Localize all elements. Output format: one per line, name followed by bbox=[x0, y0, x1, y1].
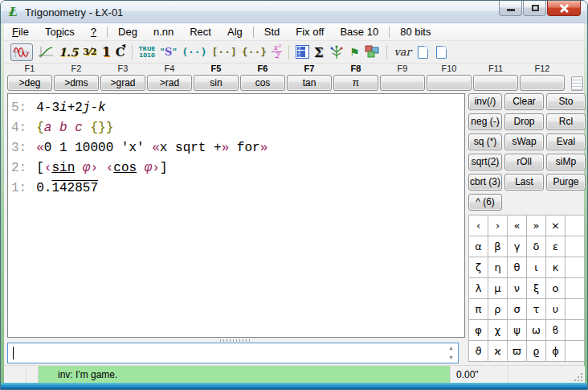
roll-button[interactable]: rOll bbox=[504, 154, 544, 170]
greek-cell[interactable]: ϰ bbox=[488, 341, 508, 362]
command-input[interactable]: ▲ ▼ bbox=[7, 343, 459, 363]
fkey-sin-button[interactable]: sin bbox=[194, 75, 239, 91]
flag-button[interactable]: ⚑ bbox=[349, 43, 360, 61]
fkey-cos-button[interactable]: cos bbox=[240, 75, 285, 91]
greek-cell[interactable]: ϐ bbox=[546, 320, 566, 341]
close-button[interactable] bbox=[547, 1, 581, 16]
greek-cell[interactable]: ξ bbox=[527, 278, 546, 299]
neg-button[interactable]: neg (-) bbox=[468, 113, 502, 130]
menu-nnn[interactable]: n.nn bbox=[145, 24, 182, 39]
greek-cell[interactable]: ϑ bbox=[469, 341, 488, 362]
greek-cell[interactable]: θ bbox=[508, 257, 527, 278]
plot-curve-button[interactable] bbox=[38, 43, 54, 61]
integer-display-button[interactable]: 1 bbox=[102, 43, 111, 61]
swap-button[interactable]: sWap bbox=[504, 133, 544, 150]
complex-mode-button[interactable]: C bbox=[116, 43, 125, 61]
new-page-button[interactable] bbox=[416, 43, 430, 61]
greek-cell[interactable]: ε bbox=[546, 236, 566, 257]
simp-button[interactable]: siMp bbox=[546, 154, 586, 170]
title-bar[interactable]: Ł Trigonometry - ŁX-01 bbox=[1, 1, 587, 23]
drop-button[interactable]: Drop bbox=[504, 113, 544, 130]
greek-cell[interactable]: λ bbox=[469, 278, 488, 299]
greek-cell[interactable]: δ bbox=[527, 236, 546, 257]
fkey-page-button[interactable] bbox=[571, 76, 583, 91]
inv-button[interactable]: inv(/) bbox=[468, 93, 502, 110]
fkey-pi-button[interactable]: π bbox=[333, 75, 378, 91]
greek-cell[interactable] bbox=[566, 320, 585, 341]
greek-cell[interactable]: ω bbox=[527, 320, 546, 341]
greek-cell[interactable] bbox=[566, 216, 585, 236]
sq-button[interactable]: sq (*) bbox=[468, 133, 502, 150]
rcl-button[interactable]: Rcl bbox=[546, 113, 586, 130]
menu-deg[interactable]: Deg bbox=[110, 24, 145, 39]
sigma-button[interactable]: Σ bbox=[314, 43, 324, 61]
fkey-grad-button[interactable]: >grad bbox=[100, 75, 145, 91]
open-page-button[interactable] bbox=[435, 43, 448, 61]
sto-button[interactable]: Sto bbox=[546, 93, 586, 110]
fkey-f11-button[interactable] bbox=[473, 75, 518, 91]
scroll-down-icon[interactable]: ▼ bbox=[446, 354, 456, 362]
greek-cell[interactable]: φ bbox=[469, 320, 488, 341]
stack-view-button[interactable]: 3:2:1: bbox=[296, 43, 309, 61]
greek-cell[interactable]: › bbox=[488, 216, 508, 236]
scroll-up-icon[interactable]: ▲ bbox=[446, 344, 456, 352]
greek-cell[interactable] bbox=[566, 257, 585, 278]
complex-paren-button[interactable]: (··) bbox=[182, 43, 206, 61]
greek-cell[interactable]: ‹ bbox=[469, 216, 488, 236]
greek-cell[interactable]: μ bbox=[488, 278, 508, 299]
sqrt-button[interactable]: sqrt(2) bbox=[468, 154, 502, 170]
greek-cell[interactable] bbox=[566, 278, 585, 299]
expression-button[interactable]: x²2 bbox=[272, 43, 282, 61]
fkey-tan-button[interactable]: tan bbox=[287, 75, 332, 91]
menu-fix-off[interactable]: Fix off bbox=[288, 24, 332, 39]
resize-grip[interactable] bbox=[574, 373, 582, 381]
menu-base-10[interactable]: Base 10 bbox=[332, 24, 386, 39]
greek-cell[interactable]: π bbox=[469, 299, 488, 320]
menu-rect[interactable]: Rect bbox=[182, 24, 219, 39]
fkey-dms-button[interactable]: >dms bbox=[54, 75, 99, 91]
greek-cell[interactable]: τ bbox=[527, 299, 546, 320]
var-button[interactable]: var bbox=[394, 43, 410, 61]
objects-button[interactable] bbox=[364, 43, 380, 61]
clear-button[interactable]: Clear bbox=[504, 93, 544, 110]
menu-80-bits[interactable]: 80 bits bbox=[392, 24, 439, 39]
greek-cell[interactable]: » bbox=[527, 216, 546, 236]
greek-cell[interactable]: ρ bbox=[488, 299, 508, 320]
sine-plot-button[interactable] bbox=[10, 43, 33, 61]
greek-cell[interactable] bbox=[566, 299, 585, 320]
greek-cell[interactable]: α bbox=[469, 236, 488, 257]
menu-topics[interactable]: Topics bbox=[37, 24, 83, 39]
fkey-f10-button[interactable] bbox=[427, 75, 472, 91]
eval-button[interactable]: Eval bbox=[546, 133, 586, 150]
fkey-deg-button[interactable]: >deg bbox=[7, 75, 52, 91]
fraction-display-button[interactable]: 3⁄2 bbox=[83, 43, 96, 61]
menu-alg[interactable]: Alg bbox=[219, 24, 251, 39]
greek-cell[interactable] bbox=[566, 236, 585, 257]
greek-cell[interactable]: ν bbox=[508, 278, 527, 299]
greek-cell[interactable]: η bbox=[488, 257, 508, 278]
menu-std[interactable]: Std bbox=[256, 24, 288, 39]
greek-cell[interactable]: ο bbox=[546, 278, 566, 299]
last-button[interactable]: Last bbox=[504, 174, 544, 191]
restore-button[interactable] bbox=[523, 1, 546, 16]
greek-cell[interactable]: ζ bbox=[469, 257, 488, 278]
greek-cell[interactable]: υ bbox=[546, 299, 566, 320]
tree-button[interactable] bbox=[329, 43, 345, 61]
menu-file[interactable]: File bbox=[4, 24, 37, 39]
fkey-f12-button[interactable] bbox=[520, 75, 565, 91]
greek-cell[interactable]: σ bbox=[508, 299, 527, 320]
fkey-rad-button[interactable]: >rad bbox=[147, 75, 192, 91]
binary-mode-button[interactable]: TRUE1010 bbox=[139, 43, 156, 61]
greek-cell[interactable]: χ bbox=[488, 320, 508, 341]
greek-cell[interactable]: « bbox=[508, 216, 527, 236]
greek-cell[interactable]: ϖ bbox=[508, 341, 527, 362]
greek-cell[interactable]: ϕ bbox=[546, 341, 566, 362]
fkey-f9-button[interactable] bbox=[380, 75, 425, 91]
pow-button[interactable]: ^ (6) bbox=[468, 194, 502, 211]
list-brace-button[interactable]: {··} bbox=[242, 43, 267, 61]
greek-cell[interactable]: γ bbox=[508, 236, 527, 257]
greek-cell[interactable]: κ bbox=[546, 257, 566, 278]
minimize-button[interactable] bbox=[499, 1, 522, 16]
cbrt-button[interactable]: cbrt (3) bbox=[468, 174, 502, 191]
greek-cell[interactable] bbox=[566, 341, 585, 362]
